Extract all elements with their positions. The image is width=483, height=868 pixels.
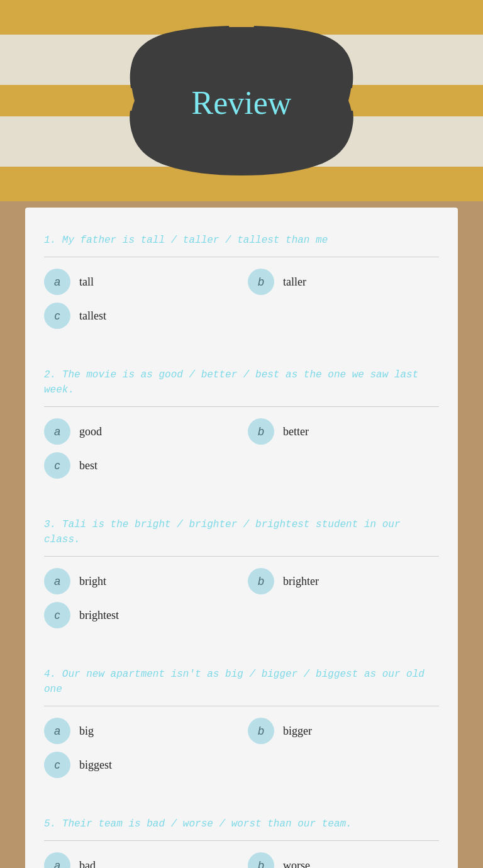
option-text-1-b: taller: [283, 275, 306, 289]
option-4-b[interactable]: bbigger: [248, 718, 439, 744]
option-text-4-b: bigger: [283, 725, 312, 738]
option-badge-5-a: a: [44, 852, 70, 868]
question-text-5: 5. Their team is bad / worse / worst tha…: [44, 816, 439, 832]
option-text-5-a: bad: [79, 859, 96, 869]
question-divider-4: [44, 706, 439, 706]
option-text-4-c: biggest: [79, 759, 112, 772]
question-text-3: 3. Tali is the bright / brighter / brigh…: [44, 517, 439, 547]
option-4-a[interactable]: abig: [44, 718, 235, 744]
question-block-4: 4. Our new apartment isn't as big / bigg…: [44, 654, 439, 798]
option-text-2-c: best: [79, 459, 97, 472]
content-area: 1. My father is tall / taller / tallest …: [25, 208, 458, 868]
option-badge-3-c: c: [44, 602, 70, 628]
questions-container: 1. My father is tall / taller / tallest …: [44, 220, 439, 868]
option-badge-1-a: a: [44, 269, 70, 295]
option-1-b[interactable]: btaller: [248, 269, 439, 295]
option-badge-4-a: a: [44, 718, 70, 744]
option-4-c[interactable]: cbiggest: [44, 752, 235, 778]
question-divider-1: [44, 257, 439, 257]
question-divider-2: [44, 406, 439, 407]
question-text-1: 1. My father is tall / taller / tallest …: [44, 233, 439, 248]
option-badge-2-b: b: [248, 418, 274, 445]
question-divider-5: [44, 840, 439, 841]
options-grid-4: abigbbiggercbiggest: [44, 718, 439, 778]
question-divider-3: [44, 556, 439, 557]
option-2-c[interactable]: cbest: [44, 452, 235, 479]
option-text-2-b: better: [283, 425, 309, 438]
option-text-1-c: tallest: [79, 309, 106, 323]
question-block-3: 3. Tali is the bright / brighter / brigh…: [44, 504, 439, 648]
option-badge-3-a: a: [44, 568, 70, 594]
ornate-frame: Review: [128, 21, 355, 181]
options-grid-3: abrightbbrightercbrightest: [44, 568, 439, 628]
option-3-a[interactable]: abright: [44, 568, 235, 594]
question-block-5: 5. Their team is bad / worse / worst tha…: [44, 804, 439, 868]
question-block-2: 2. The movie is as good / better / best …: [44, 355, 439, 498]
option-2-b[interactable]: bbetter: [248, 418, 439, 445]
option-text-5-b: worse: [283, 859, 310, 869]
header: Review: [0, 0, 483, 201]
question-text-2: 2. The movie is as good / better / best …: [44, 367, 439, 398]
option-5-a[interactable]: abad: [44, 852, 235, 868]
option-text-4-a: big: [79, 725, 94, 738]
question-text-4: 4. Our new apartment isn't as big / bigg…: [44, 667, 439, 697]
option-badge-2-a: a: [44, 418, 70, 445]
options-grid-2: agoodbbettercbest: [44, 418, 439, 479]
option-text-2-a: good: [79, 425, 102, 438]
option-5-b[interactable]: bworse: [248, 852, 439, 868]
options-grid-1: atallbtallerctallest: [44, 269, 439, 329]
option-text-3-c: brightest: [79, 609, 119, 622]
option-text-3-a: bright: [79, 575, 106, 588]
svg-text:Review: Review: [192, 85, 292, 121]
option-badge-4-c: c: [44, 752, 70, 778]
option-badge-1-c: c: [44, 303, 70, 329]
option-text-3-b: brighter: [283, 575, 319, 588]
option-1-c[interactable]: ctallest: [44, 303, 235, 329]
option-3-b[interactable]: bbrighter: [248, 568, 439, 594]
question-block-1: 1. My father is tall / taller / tallest …: [44, 220, 439, 348]
options-grid-5: abadbworsecworst: [44, 852, 439, 868]
option-text-1-a: tall: [79, 275, 94, 289]
option-1-a[interactable]: atall: [44, 269, 235, 295]
option-badge-2-c: c: [44, 452, 70, 479]
option-badge-1-b: b: [248, 269, 274, 295]
option-badge-3-b: b: [248, 568, 274, 594]
option-2-a[interactable]: agood: [44, 418, 235, 445]
option-badge-5-b: b: [248, 852, 274, 868]
option-3-c[interactable]: cbrightest: [44, 602, 235, 628]
option-badge-4-b: b: [248, 718, 274, 744]
